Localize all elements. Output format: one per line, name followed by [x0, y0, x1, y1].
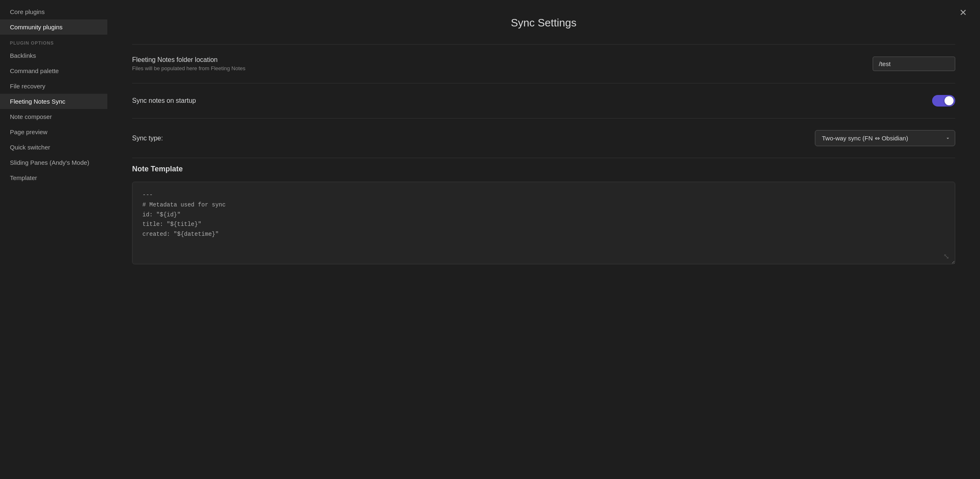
sidebar-item-file-recovery[interactable]: File recovery	[0, 78, 107, 94]
sync-type-select[interactable]: Two-way sync (FN ⇔ Obsidian)One-way sync…	[815, 130, 955, 146]
folder-location-row: Fleeting Notes folder location Files wil…	[132, 45, 955, 83]
folder-location-description: Files will be populated here from Fleeti…	[132, 65, 246, 71]
sync-on-startup-row: Sync notes on startup	[132, 83, 955, 119]
sidebar-item-templater[interactable]: Templater	[0, 170, 107, 185]
sidebar-item-page-preview[interactable]: Page preview	[0, 124, 107, 140]
sidebar-item-core-plugins[interactable]: Core plugins	[0, 4, 107, 19]
folder-location-label: Fleeting Notes folder location	[132, 56, 246, 64]
note-template-title: Note Template	[132, 165, 955, 173]
template-textarea-wrapper: --- # Metadata used for sync id: "${id}"…	[132, 182, 955, 266]
sync-on-startup-label-group: Sync notes on startup	[132, 97, 196, 104]
sidebar-item-quick-switcher[interactable]: Quick switcher	[0, 140, 107, 155]
sync-type-label: Sync type:	[132, 135, 163, 142]
sidebar-item-note-composer[interactable]: Note composer	[0, 109, 107, 124]
close-button[interactable]: ✕	[956, 7, 970, 19]
sync-on-startup-toggle[interactable]	[932, 95, 955, 107]
page-title: Sync Settings	[132, 17, 955, 29]
sidebar-item-sliding-panes[interactable]: Sliding Panes (Andy's Mode)	[0, 155, 107, 170]
sidebar-item-community-plugins[interactable]: Community plugins	[0, 19, 107, 35]
sync-type-row: Sync type: Two-way sync (FN ⇔ Obsidian)O…	[132, 119, 955, 158]
main-content: ✕ Sync Settings Fleeting Notes folder lo…	[107, 0, 980, 479]
folder-location-label-group: Fleeting Notes folder location Files wil…	[132, 56, 246, 71]
sidebar-item-command-palette[interactable]: Command palette	[0, 63, 107, 78]
folder-location-input[interactable]	[873, 57, 955, 71]
sidebar-item-backlinks[interactable]: Backlinks	[0, 48, 107, 63]
note-template-section: Note Template --- # Metadata used for sy…	[132, 165, 955, 266]
sync-type-label-group: Sync type:	[132, 135, 163, 142]
note-template-textarea[interactable]: --- # Metadata used for sync id: "${id}"…	[132, 182, 955, 264]
app-container: Core plugins Community plugins PLUGIN OP…	[0, 0, 980, 479]
sidebar: Core plugins Community plugins PLUGIN OP…	[0, 0, 107, 479]
sync-on-startup-toggle-wrapper	[932, 95, 955, 107]
resize-icon: ⤡	[943, 252, 949, 261]
sidebar-item-fleeting-notes-sync[interactable]: Fleeting Notes Sync	[0, 94, 107, 109]
plugin-options-label: PLUGIN OPTIONS	[0, 35, 107, 48]
toggle-thumb	[944, 96, 954, 105]
sync-on-startup-label: Sync notes on startup	[132, 97, 196, 104]
